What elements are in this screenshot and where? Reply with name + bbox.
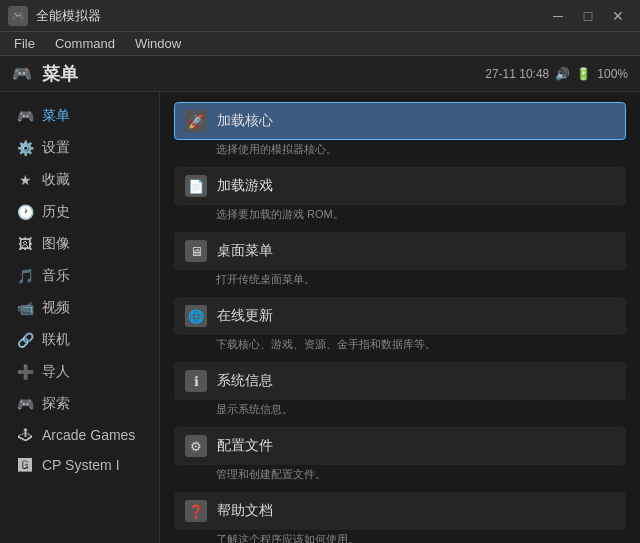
sidebar-item-music[interactable]: 🎵 音乐 — [0, 260, 159, 292]
sidebar-label-image: 图像 — [42, 235, 70, 253]
sidebar-icon-arcade: 🕹 — [14, 427, 36, 443]
entry-icon-load-game: 📄 — [185, 175, 207, 197]
sidebar-label-menu: 菜单 — [42, 107, 70, 125]
entry-sys-info: ℹ 系统信息 显示系统信息。 — [174, 362, 626, 423]
entry-title-row-config-file[interactable]: ⚙ 配置文件 — [174, 427, 626, 465]
sidebar-item-import[interactable]: ➕ 导人 — [0, 356, 159, 388]
sidebar-label-explore: 探索 — [42, 395, 70, 413]
entry-online-update: 🌐 在线更新 下载核心、游戏、资源、金手指和数据库等。 — [174, 297, 626, 358]
battery-percent: 100% — [597, 67, 628, 81]
entry-config-file: ⚙ 配置文件 管理和创建配置文件。 — [174, 427, 626, 488]
entry-desc-help-doc: 了解这个程序应该如何使用。 — [174, 530, 626, 543]
entry-title-row-load-core[interactable]: 🚀 加载核心 — [174, 102, 626, 140]
sidebar-item-video[interactable]: 📹 视频 — [0, 292, 159, 324]
volume-icon: 🔊 — [555, 67, 570, 81]
maximize-button[interactable]: □ — [574, 4, 602, 28]
top-icon: 🎮 — [12, 64, 32, 83]
entry-load-core: 🚀 加载核心 选择使用的模拟器核心。 — [174, 102, 626, 163]
entry-desc-load-core: 选择使用的模拟器核心。 — [174, 140, 626, 163]
sidebar-item-menu[interactable]: 🎮 菜单 — [0, 100, 159, 132]
battery-icon: 🔋 — [576, 67, 591, 81]
sidebar-icon-menu: 🎮 — [14, 108, 36, 124]
main-area: 🎮 菜单 ⚙️ 设置 ★ 收藏 🕐 历史 🖼 图像 🎵 音乐 📹 视频 🔗 联机… — [0, 92, 640, 543]
sidebar-icon-history: 🕐 — [14, 204, 36, 220]
entry-desc-sys-info: 显示系统信息。 — [174, 400, 626, 423]
sidebar-label-history: 历史 — [42, 203, 70, 221]
entry-load-game: 📄 加载游戏 选择要加载的游戏 ROM。 — [174, 167, 626, 228]
entry-title-config-file: 配置文件 — [217, 437, 273, 455]
sidebar-icon-import: ➕ — [14, 364, 36, 380]
sidebar-label-settings: 设置 — [42, 139, 70, 157]
entry-title-row-sys-info[interactable]: ℹ 系统信息 — [174, 362, 626, 400]
entry-help-doc: ❓ 帮助文档 了解这个程序应该如何使用。 — [174, 492, 626, 543]
sidebar-icon-music: 🎵 — [14, 268, 36, 284]
entry-title-online-update: 在线更新 — [217, 307, 273, 325]
sidebar-item-explore[interactable]: 🎮 探索 — [0, 388, 159, 420]
window-controls: ─ □ ✕ — [544, 4, 632, 28]
sidebar-label-cp: CP System I — [42, 457, 120, 473]
sidebar-label-network: 联机 — [42, 331, 70, 349]
sidebar-icon-video: 📹 — [14, 300, 36, 316]
sidebar-item-image[interactable]: 🖼 图像 — [0, 228, 159, 260]
sidebar-icon-settings: ⚙️ — [14, 140, 36, 156]
sidebar-label-import: 导人 — [42, 363, 70, 381]
minimize-button[interactable]: ─ — [544, 4, 572, 28]
sidebar-label-favorites: 收藏 — [42, 171, 70, 189]
page-title: 菜单 — [42, 62, 485, 86]
menu-window[interactable]: Window — [125, 34, 191, 53]
entry-title-desktop-menu: 桌面菜单 — [217, 242, 273, 260]
entry-desc-load-game: 选择要加载的游戏 ROM。 — [174, 205, 626, 228]
entry-title-row-help-doc[interactable]: ❓ 帮助文档 — [174, 492, 626, 530]
sidebar-item-arcade[interactable]: 🕹 Arcade Games — [0, 420, 159, 450]
entry-icon-help-doc: ❓ — [185, 500, 207, 522]
entry-title-load-core: 加载核心 — [217, 112, 273, 130]
sidebar-icon-network: 🔗 — [14, 332, 36, 348]
entry-title-row-online-update[interactable]: 🌐 在线更新 — [174, 297, 626, 335]
datetime: 27-11 10:48 — [485, 67, 549, 81]
sidebar-item-favorites[interactable]: ★ 收藏 — [0, 164, 159, 196]
close-button[interactable]: ✕ — [604, 4, 632, 28]
sidebar-icon-cp: 🅶 — [14, 457, 36, 473]
sidebar-icon-explore: 🎮 — [14, 396, 36, 412]
menu-bar: File Command Window — [0, 32, 640, 56]
app-icon: 🎮 — [8, 6, 28, 26]
sidebar-item-settings[interactable]: ⚙️ 设置 — [0, 132, 159, 164]
sidebar-item-network[interactable]: 🔗 联机 — [0, 324, 159, 356]
top-bar: 🎮 菜单 27-11 10:48 🔊 🔋 100% — [0, 56, 640, 92]
entry-icon-config-file: ⚙ — [185, 435, 207, 457]
menu-command[interactable]: Command — [45, 34, 125, 53]
menu-file[interactable]: File — [4, 34, 45, 53]
entry-title-help-doc: 帮助文档 — [217, 502, 273, 520]
sidebar-item-history[interactable]: 🕐 历史 — [0, 196, 159, 228]
right-panel: 🚀 加载核心 选择使用的模拟器核心。 📄 加载游戏 选择要加载的游戏 ROM。 … — [160, 92, 640, 543]
entry-desc-online-update: 下载核心、游戏、资源、金手指和数据库等。 — [174, 335, 626, 358]
sidebar-label-arcade: Arcade Games — [42, 427, 135, 443]
title-bar: 🎮 全能模拟器 ─ □ ✕ — [0, 0, 640, 32]
top-info: 27-11 10:48 🔊 🔋 100% — [485, 67, 628, 81]
entry-desc-config-file: 管理和创建配置文件。 — [174, 465, 626, 488]
entry-desc-desktop-menu: 打开传统桌面菜单。 — [174, 270, 626, 293]
entry-icon-online-update: 🌐 — [185, 305, 207, 327]
entry-title-row-desktop-menu[interactable]: 🖥 桌面菜单 — [174, 232, 626, 270]
sidebar-icon-favorites: ★ — [14, 172, 36, 188]
entry-title-load-game: 加载游戏 — [217, 177, 273, 195]
entry-icon-sys-info: ℹ — [185, 370, 207, 392]
entry-icon-load-core: 🚀 — [185, 110, 207, 132]
app-title: 全能模拟器 — [36, 7, 544, 25]
sidebar-item-cp[interactable]: 🅶 CP System I — [0, 450, 159, 480]
sidebar-label-music: 音乐 — [42, 267, 70, 285]
sidebar-label-video: 视频 — [42, 299, 70, 317]
entry-desktop-menu: 🖥 桌面菜单 打开传统桌面菜单。 — [174, 232, 626, 293]
sidebar-icon-image: 🖼 — [14, 236, 36, 252]
entry-title-row-load-game[interactable]: 📄 加载游戏 — [174, 167, 626, 205]
entry-icon-desktop-menu: 🖥 — [185, 240, 207, 262]
entry-title-sys-info: 系统信息 — [217, 372, 273, 390]
sidebar: 🎮 菜单 ⚙️ 设置 ★ 收藏 🕐 历史 🖼 图像 🎵 音乐 📹 视频 🔗 联机… — [0, 92, 160, 543]
